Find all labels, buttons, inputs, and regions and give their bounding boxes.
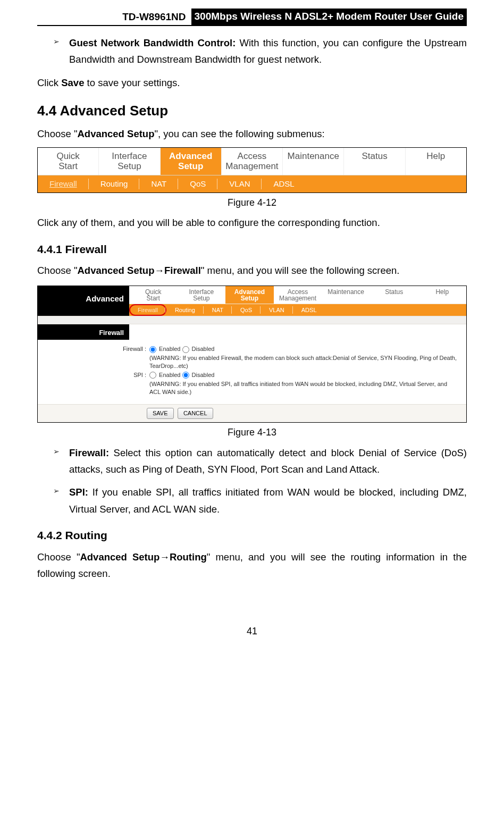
fig13-tab-advanced-setup[interactable]: AdvancedSetup [225, 286, 274, 304]
fig13-tab-interface-setup[interactable]: InterfaceSetup [178, 286, 226, 304]
fig13-subtab-nat[interactable]: NAT [204, 304, 232, 316]
tab-interface-setup[interactable]: InterfaceSetup [99, 148, 160, 174]
subtab-qos[interactable]: QoS [178, 175, 217, 192]
section-4-4-2-line: Choose "Advanced Setup→Routing" menu, an… [37, 549, 467, 582]
save-button[interactable]: SAVE [147, 408, 174, 419]
figure-4-13-caption: Figure 4-13 [37, 426, 467, 439]
tab-advanced-setup[interactable]: AdvancedSetup [161, 148, 222, 174]
bullet-label: Guest Network Bandwidth Control: [69, 37, 236, 48]
fig13-section-label: Firewall [38, 324, 129, 340]
bullet-spi: SPI: If you enable SPI, all traffics ini… [53, 484, 467, 517]
subtab-routing[interactable]: Routing [89, 175, 140, 192]
fig13-subtab-adsl[interactable]: ADSL [293, 304, 325, 316]
nav-main-tabs: QuickStart InterfaceSetup AdvancedSetup … [38, 148, 466, 175]
figure-4-12: QuickStart InterfaceSetup AdvancedSetup … [37, 147, 467, 193]
page-number: 41 [37, 625, 467, 638]
firewall-disabled-radio[interactable]: Disabled [182, 346, 215, 352]
tab-status[interactable]: Status [344, 148, 405, 174]
section-4-4-1-line: Choose "Advanced Setup→Firewall" menu, a… [37, 262, 467, 279]
bullet-firewall: Firewall: Select this option can automat… [53, 445, 467, 478]
doc-header-title: 300Mbps Wireless N ADSL2+ Modem Router U… [191, 9, 467, 25]
click-save-line: Click Save to save your settings. [37, 74, 467, 91]
spi-disabled-radio[interactable]: Disabled [182, 372, 215, 378]
tab-access-management[interactable]: AccessManagement [222, 148, 283, 174]
firewall-label: Firewall : [43, 345, 149, 353]
click-any-line: Click any of them, and you will be able … [37, 214, 467, 231]
tab-help[interactable]: Help [406, 148, 466, 174]
tab-quick-start[interactable]: QuickStart [38, 148, 99, 174]
doc-header: TD-W8961ND 300Mbps Wireless N ADSL2+ Mod… [37, 9, 467, 26]
spi-label: SPI : [43, 371, 149, 379]
fig13-tab-maintenance[interactable]: Maintenance [322, 286, 370, 304]
fig13-subtab-firewall[interactable]: Firewall [129, 304, 166, 316]
nav-sub-tabs: Firewall Routing NAT QoS VLAN ADSL [38, 175, 466, 192]
section-4-4-1-title: 4.4.1 Firewall [37, 242, 467, 257]
figure-4-12-caption: Figure 4-12 [37, 196, 467, 209]
fig13-form: Firewall : Enabled Disabled (WARNING: If… [38, 340, 466, 404]
fig13-nav-sub: Firewall Routing NAT QoS VLAN ADSL [129, 304, 466, 316]
section-4-4-line: Choose "Advanced Setup", you can see the… [37, 125, 467, 142]
fig13-subtab-vlan[interactable]: VLAN [261, 304, 293, 316]
subtab-vlan[interactable]: VLAN [217, 175, 262, 192]
fig13-button-bar: SAVE CANCEL [38, 404, 466, 422]
subtab-adsl[interactable]: ADSL [262, 175, 306, 192]
spi-warning: (WARNING: If you enabled SPI, all traffi… [149, 380, 457, 396]
sidebar-title-advanced: Advanced [38, 294, 124, 304]
subtab-nat[interactable]: NAT [139, 175, 178, 192]
fig13-tab-help[interactable]: Help [418, 286, 466, 304]
doc-header-model: TD-W8961ND [122, 10, 186, 24]
cancel-button[interactable]: CANCEL [178, 408, 213, 419]
figure-4-13: Advanced QuickStart InterfaceSetup Advan… [37, 286, 467, 423]
tab-maintenance[interactable]: Maintenance [283, 148, 344, 174]
bullet-guest-network: Guest Network Bandwidth Control: With th… [53, 35, 467, 68]
fig13-tab-quick-start[interactable]: QuickStart [129, 286, 178, 304]
section-4-4-title: 4.4 Advanced Setup [37, 102, 467, 120]
section-4-4-2-title: 4.4.2 Routing [37, 528, 467, 543]
fig13-subtab-qos[interactable]: QoS [232, 304, 261, 316]
spi-enabled-radio[interactable]: Enabled [149, 372, 180, 378]
fig13-subtab-routing[interactable]: Routing [166, 304, 204, 316]
fig13-nav-main: QuickStart InterfaceSetup AdvancedSetup … [129, 286, 466, 304]
fig13-tab-status[interactable]: Status [370, 286, 418, 304]
firewall-enabled-radio[interactable]: Enabled [149, 346, 180, 352]
fig13-spacer [38, 316, 466, 324]
firewall-warning: (WARNING: If you enabled Firewall, the m… [149, 354, 457, 370]
fig13-tab-access-management[interactable]: AccessManagement [274, 286, 322, 304]
subtab-firewall[interactable]: Firewall [38, 175, 89, 192]
